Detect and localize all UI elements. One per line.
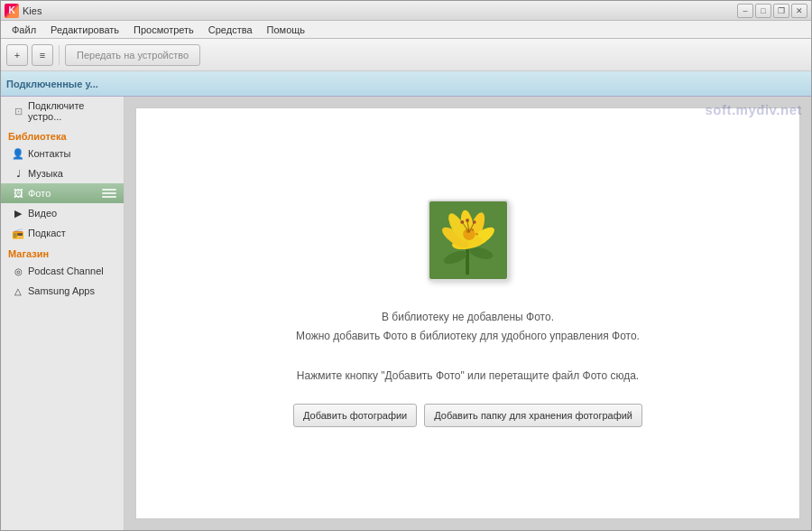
menu-view[interactable]: Просмотреть	[126, 23, 201, 37]
empty-line2: Можно добавить Фото в библиотеку для удо…	[296, 327, 640, 347]
menu-edit[interactable]: Редактировать	[43, 23, 126, 37]
restore-button[interactable]: ❐	[773, 4, 789, 18]
svg-point-12	[471, 228, 474, 231]
sidebar-samsung-apps-label: Samsung Apps	[28, 285, 95, 296]
content-buttons: Добавить фотографии Добавить папку для х…	[293, 404, 642, 427]
flower-image	[428, 200, 509, 281]
sidebar-podcast-label: Подкаст	[28, 228, 66, 238]
sidebar-item-podcast[interactable]: 📻 Подкаст	[1, 223, 124, 243]
sidebar-item-podcast-channel[interactable]: ◎ Podcast Channel	[1, 261, 124, 281]
sidebar-photos-label: Фото	[28, 188, 51, 199]
sidebar-podcast-channel-label: Podcast Channel	[28, 266, 104, 276]
maximize-button[interactable]: □	[755, 4, 771, 18]
main-layout: ⊡ Подключите устро... Библиотека 👤 Конта…	[1, 97, 811, 530]
add-button[interactable]: +	[6, 44, 28, 66]
main-window: K Kies – □ ❐ ✕ Файл Редактировать Просмо…	[0, 0, 812, 531]
music-icon: ♩	[12, 167, 24, 180]
transfer-button[interactable]: Передать на устройство	[65, 44, 200, 66]
sidebar-connect-device[interactable]: ⊡ Подключите устро...	[1, 97, 124, 126]
app-title: Kies	[23, 5, 737, 16]
sidebar: ⊡ Подключите устро... Библиотека 👤 Конта…	[1, 97, 125, 530]
view-button[interactable]: ≡	[32, 44, 53, 66]
samsung-apps-icon: △	[12, 284, 24, 297]
watermark: soft.mydiv.net	[705, 102, 802, 117]
window-controls: – □ ❐ ✕	[737, 4, 807, 18]
svg-point-18	[472, 220, 475, 224]
list-view-icon[interactable]	[102, 187, 116, 200]
sidebar-item-video[interactable]: ▶ Видео	[1, 203, 124, 223]
sidebar-item-photos[interactable]: 🖼 Фото	[1, 183, 124, 203]
podcast-channel-icon: ◎	[12, 265, 24, 277]
sidebar-music-label: Музыка	[28, 168, 63, 179]
svg-point-19	[460, 220, 464, 224]
add-folder-button[interactable]: Добавить папку для хранения фотографий	[424, 404, 642, 427]
sidebar-item-music[interactable]: ♩ Музыка	[1, 163, 124, 183]
svg-point-13	[475, 233, 478, 236]
minimize-button[interactable]: –	[737, 4, 753, 18]
sidebar-connect-label: Подключите устро...	[28, 100, 116, 122]
sidebar-item-contacts[interactable]: 👤 Контакты	[1, 144, 124, 163]
sidebar-contacts-label: Контакты	[28, 148, 71, 159]
close-button[interactable]: ✕	[791, 4, 807, 18]
content-panel: В библиотеку не добавлены Фото. Можно до…	[135, 107, 800, 519]
menu-tools[interactable]: Средства	[201, 23, 260, 37]
library-header: Библиотека	[1, 126, 124, 144]
connected-tab-label: Подключенные у...	[6, 79, 98, 89]
svg-point-17	[466, 219, 469, 222]
content-area: soft.mydiv.net	[125, 97, 811, 530]
video-icon: ▶	[12, 207, 24, 219]
contacts-icon: 👤	[12, 147, 24, 160]
add-photos-button[interactable]: Добавить фотографии	[293, 404, 417, 427]
toolbar: + ≡ Передать на устройство	[1, 39, 811, 71]
photo-icon: 🖼	[12, 187, 24, 200]
menu-bar: Файл Редактировать Просмотреть Средства …	[1, 21, 811, 39]
title-bar: K Kies – □ ❐ ✕	[1, 1, 811, 21]
app-icon: K	[5, 4, 19, 18]
empty-state-text: В библиотеку не добавлены Фото. Можно до…	[296, 308, 640, 386]
connected-tab[interactable]: Подключенные у...	[1, 71, 811, 97]
empty-line1: В библиотеку не добавлены Фото.	[296, 308, 640, 328]
store-header: Магазин	[1, 243, 124, 261]
toolbar-separator	[59, 45, 60, 65]
empty-line4: Нажмите кнопку "Добавить Фото" или перет…	[296, 367, 640, 387]
sidebar-video-label: Видео	[28, 208, 57, 219]
podcast-icon: 📻	[12, 227, 24, 239]
device-icon: ⊡	[12, 105, 24, 117]
sidebar-item-samsung-apps[interactable]: △ Samsung Apps	[1, 281, 124, 301]
menu-file[interactable]: Файл	[5, 23, 43, 37]
menu-help[interactable]: Помощь	[260, 23, 313, 37]
